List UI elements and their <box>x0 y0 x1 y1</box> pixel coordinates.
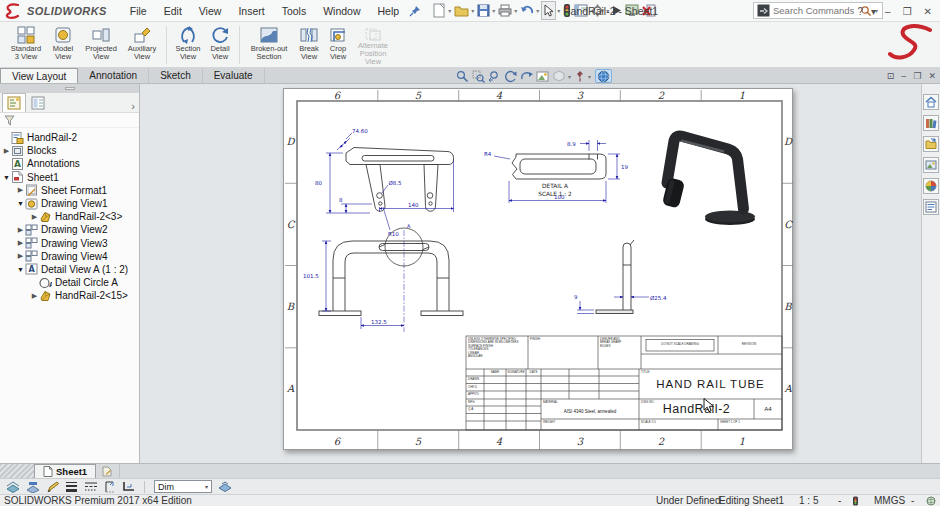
expander-icon[interactable]: ▶ <box>16 239 25 247</box>
print-button[interactable] <box>497 1 513 20</box>
zoom-to-fit-icon[interactable] <box>456 69 469 83</box>
open-dropdown-arrow[interactable]: ▾ <box>471 7 474 14</box>
detail-view-button[interactable]: Detail View <box>205 24 235 66</box>
tree-item-detail-circle-a[interactable]: ADetail Circle A <box>2 276 139 289</box>
tree-item-drawing-view2[interactable]: ▶Drawing View2 <box>2 223 139 236</box>
filter-funnel-icon[interactable] <box>4 115 15 126</box>
doc-close-icon[interactable]: ✕ <box>928 71 936 81</box>
crop-view-button[interactable]: Crop View <box>324 24 352 66</box>
select-dropdown-arrow[interactable]: ▾ <box>557 7 560 14</box>
undo-dropdown-arrow[interactable]: ▾ <box>536 7 539 14</box>
tree-item-handrail-2-3[interactable]: ▶HandRail-2<3> <box>2 210 139 223</box>
expander-icon[interactable]: ▶ <box>30 213 39 221</box>
sheet1-tab[interactable]: Sheet1 <box>34 464 96 478</box>
menu-edit[interactable]: Edit <box>156 1 190 21</box>
hide-show-edges-icon[interactable] <box>104 481 116 493</box>
tree-item-drawing-view1[interactable]: ▼Drawing View1 <box>2 197 139 210</box>
restore-button[interactable]: ❐ <box>897 1 918 21</box>
search-input[interactable] <box>773 5 857 16</box>
detail-view-a[interactable]: 8.9 R4 19 100 DETAIL A SCALE 1 : 2 <box>484 140 628 203</box>
auxiliary-view-button[interactable]: Auxiliary View <box>122 24 162 66</box>
feature-manager-tab[interactable] <box>2 93 26 112</box>
status-globe-icon[interactable] <box>926 496 936 506</box>
save-dropdown-arrow[interactable]: ▾ <box>492 7 495 14</box>
units-indicator[interactable]: MMGS <box>874 495 905 506</box>
tab-annotation[interactable]: Annotation <box>78 68 149 83</box>
tab-evaluate[interactable]: Evaluate <box>203 68 265 83</box>
model-view-button[interactable]: Model View <box>46 24 80 66</box>
expander-icon[interactable]: ▶ <box>16 226 25 234</box>
tree-item-drawing-view3[interactable]: ▶Drawing View3 <box>2 237 139 250</box>
status-cube-icon[interactable] <box>852 496 859 506</box>
close-button[interactable]: ✕ <box>918 1 938 21</box>
property-manager-tab[interactable] <box>26 93 50 112</box>
layer-properties-icon[interactable] <box>6 481 20 493</box>
doc-restore-icon[interactable]: ⊡ <box>887 71 895 81</box>
custom-properties-icon[interactable] <box>923 199 939 215</box>
appearances-icon[interactable] <box>923 178 939 194</box>
style-paint-icon[interactable] <box>218 481 232 492</box>
view-palette-icon[interactable] <box>923 157 939 173</box>
tree-item-annotations[interactable]: AAnnotations <box>2 157 139 170</box>
tab-sketch[interactable]: Sketch <box>149 68 203 83</box>
section-view-button[interactable]: Section View <box>171 24 205 66</box>
expander-icon[interactable]: ▶ <box>2 147 11 155</box>
menu-tools[interactable]: Tools <box>274 1 315 21</box>
expander-icon[interactable]: ▶ <box>16 186 25 194</box>
pin-menu-icon[interactable] <box>408 1 422 20</box>
hide-show-items-icon[interactable] <box>575 69 585 83</box>
doc-maximize-icon[interactable]: ❐ <box>913 71 921 81</box>
menu-window[interactable]: Window <box>315 1 368 21</box>
open-button[interactable] <box>453 1 470 20</box>
new-dropdown-arrow[interactable]: ▾ <box>448 7 451 14</box>
tree-item-sheet-format1[interactable]: ▶Sheet Format1 <box>2 184 139 197</box>
standard-3-view-button[interactable]: Standard 3 View <box>6 24 46 66</box>
panel-flyout-arrow[interactable]: › <box>131 100 139 112</box>
tree-item-detail-view-a[interactable]: ▼ADetail View A (1 : 2) <box>2 263 139 276</box>
search-scope-icon[interactable] <box>757 4 770 17</box>
tree-item-handrail-2[interactable]: HandRail-2 <box>2 131 139 144</box>
view-settings-icon[interactable] <box>536 69 550 83</box>
design-library-icon[interactable] <box>923 115 939 131</box>
tab-bar-grip[interactable] <box>0 464 34 478</box>
expander-icon[interactable]: ▶ <box>30 292 39 300</box>
side-view[interactable]: Ø25.4 9 <box>574 240 667 314</box>
line-color-icon[interactable] <box>26 481 40 493</box>
select-button[interactable] <box>541 1 556 20</box>
zoom-to-area-icon[interactable] <box>472 69 485 83</box>
expander-icon[interactable]: ▶ <box>16 252 25 260</box>
isometric-view[interactable] <box>662 136 755 225</box>
doc-minimize-icon[interactable]: – <box>901 71 906 81</box>
tree-item-handrail-2-15[interactable]: ▶HandRail-2<15> <box>2 289 139 302</box>
new-document-button[interactable] <box>432 1 447 20</box>
drawing-sheet[interactable]: 654321 654321 DCBA DCBA <box>283 88 793 450</box>
tab-view-layout[interactable]: View Layout <box>0 68 78 83</box>
minimize-button[interactable]: – <box>879 1 897 21</box>
zoom-previous-icon[interactable] <box>488 69 501 83</box>
save-button[interactable] <box>476 1 491 20</box>
print-dropdown-arrow[interactable]: ▾ <box>514 7 517 14</box>
expander-icon[interactable]: ▼ <box>16 266 25 273</box>
line-thickness-icon[interactable] <box>65 481 78 492</box>
help-button[interactable]: ? <box>851 1 869 21</box>
menu-file[interactable]: File <box>122 1 155 21</box>
editing-status[interactable]: Editing Sheet1 <box>719 495 784 506</box>
line-style-pattern-icon[interactable] <box>84 481 98 492</box>
pan-icon[interactable] <box>520 69 533 83</box>
projected-view-button[interactable]: Projected View <box>80 24 122 66</box>
view-orientation-sphere-icon[interactable] <box>595 69 612 83</box>
hide-show-dropdown-arrow[interactable]: ▾ <box>588 73 591 80</box>
front-view[interactable]: 101.5 132.5 A <box>303 223 463 332</box>
file-explorer-icon[interactable] <box>923 136 939 152</box>
panel-grip[interactable] <box>0 84 139 93</box>
display-style-dropdown-arrow[interactable]: ▾ <box>568 73 571 80</box>
menu-help[interactable]: Help <box>370 1 408 21</box>
menu-insert[interactable]: Insert <box>230 1 272 21</box>
tree-item-drawing-view4[interactable]: ▶Drawing View4 <box>2 250 139 263</box>
break-view-button[interactable]: Break View <box>294 24 324 66</box>
tree-item-sheet1[interactable]: ▼Sheet1 <box>2 171 139 184</box>
expander-icon[interactable]: ▼ <box>2 174 11 181</box>
help-dropdown-arrow[interactable]: ▾ <box>869 1 878 21</box>
add-sheet-tab[interactable] <box>96 464 120 478</box>
expander-icon[interactable]: ▼ <box>16 200 25 207</box>
